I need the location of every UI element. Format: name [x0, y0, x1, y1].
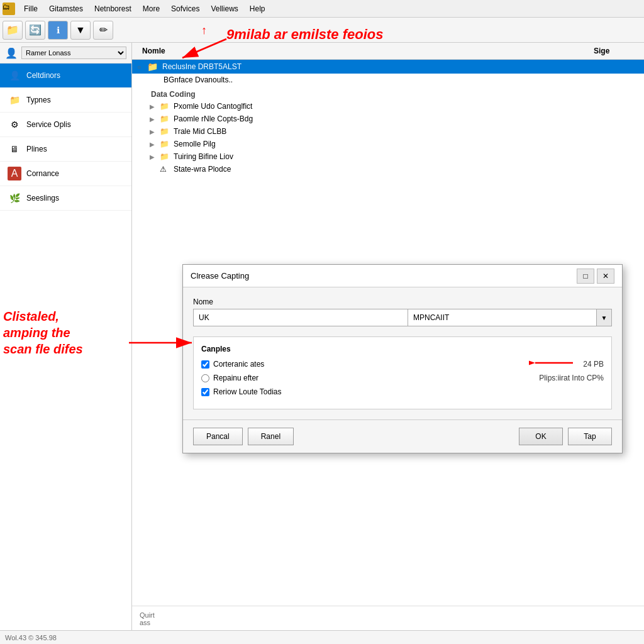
tree-item-label-3: Semolle Pilg — [174, 140, 216, 148]
menubar: 🗂 Fille Gitamstes Netnborest More Sofvic… — [0, 0, 644, 18]
sidebar-label-cornance: Cornance — [26, 169, 59, 178]
tree-item-label-4: Tuiring Bifine Liov — [174, 152, 233, 161]
sidebar-label-plines: Plines — [26, 145, 47, 153]
tree-item-label-2: Trale Mid CLBB — [174, 127, 226, 136]
nome-combo-input[interactable] — [408, 309, 597, 326]
sidebar: 👤 Ramer Lonass 👤 Celtdinors 📁 Typnes ⚙ S… — [0, 43, 132, 644]
toolbar: 📁 🔄 ℹ ▼ ✏ ↑ — [0, 18, 644, 43]
dialog-maximize-btn[interactable]: □ — [577, 269, 594, 284]
canples-section: Canples Corteranic ates 24 PB — [193, 336, 612, 409]
sidebar-item-service-oplis[interactable]: ⚙ Service Oplis — [0, 113, 131, 137]
dialog-footer-right: OK Tap — [519, 428, 612, 445]
expand-icon-2: ▶ — [150, 128, 156, 135]
bottom-text1: Quirt — [140, 611, 155, 619]
sidebar-label-seeslings: Seeslings — [26, 194, 59, 203]
canples-title: Canples — [201, 345, 604, 353]
typnes-icon: 📁 — [8, 93, 21, 107]
bottom-panel: Quirt ass — [132, 606, 644, 631]
toolbar-btn-info[interactable]: ℹ — [48, 21, 68, 40]
expand-icon-5 — [150, 166, 156, 173]
toolbar-btn-folder[interactable]: 📁 — [3, 21, 23, 40]
celtdinors-icon: 👤 — [8, 69, 21, 82]
tree-item-1[interactable]: ▶ 📁 Paomle rNle Copts-Bdg — [132, 113, 644, 125]
nome-input-left[interactable] — [193, 309, 408, 326]
tree-item-3[interactable]: ▶ 📁 Semolle Pilg — [132, 138, 644, 150]
section-label: Data Coding — [132, 86, 644, 100]
canples-row-2: Reriow Loute Todias — [201, 387, 604, 396]
sidebar-item-plines[interactable]: 🖥 Plines — [0, 137, 131, 162]
menu-help[interactable]: Help — [245, 2, 270, 16]
selected-file-name: ReclusIne DRBT5ALST — [162, 62, 639, 71]
sidebar-label-typnes: Typnes — [26, 96, 51, 104]
file-item-sub[interactable]: BGnface Dvanoults.. — [132, 74, 644, 86]
canples-row-0: Corteranic ates 24 PB — [201, 360, 604, 369]
ranel-button[interactable]: Ranel — [248, 428, 294, 445]
expand-icon-3: ▶ — [150, 141, 156, 148]
folder-icon-4: 📁 — [160, 152, 170, 161]
canples-label-0[interactable]: Corteranic ates — [201, 360, 570, 369]
toolbar-btn-refresh[interactable]: 🔄 — [25, 21, 45, 40]
dialog-close-btn[interactable]: ✕ — [597, 269, 614, 284]
folder-icon: 📁 — [147, 62, 158, 72]
expand-icon-4: ▶ — [150, 153, 156, 160]
pancal-button[interactable]: Pancal — [193, 428, 243, 445]
col-size: Sige — [589, 45, 639, 57]
sidebar-item-seeslings[interactable]: 🌿 Seeslings — [0, 186, 131, 211]
sidebar-item-celtdinors[interactable]: 👤 Celtdinors — [0, 64, 131, 88]
menu-velliews[interactable]: Velliews — [206, 2, 243, 16]
file-item-selected[interactable]: ○ 📁 ReclusIne DRBT5ALST — [132, 60, 644, 74]
canples-label-2[interactable]: Reriow Loute Todias — [201, 387, 604, 396]
folder-icon-2: 📁 — [160, 127, 170, 136]
dialog-controls: □ ✕ — [577, 269, 614, 284]
canples-checkbox-2[interactable] — [201, 388, 209, 396]
tree-item-label-5: State-wra Plodce — [174, 165, 231, 174]
canples-checkbox-0[interactable] — [201, 360, 209, 369]
dialog-footer: Pancal Ranel OK Tap — [183, 419, 622, 453]
canples-row-1: Repainu efter Plips:iirat Into CP% — [201, 374, 604, 382]
nome-combo-arrow[interactable]: ▼ — [597, 309, 612, 326]
tree-item-0[interactable]: ▶ 📁 Pxomle Udo Cantoglfict — [132, 100, 644, 113]
folder-icon-3: 📁 — [160, 140, 170, 148]
tree-item-4[interactable]: ▶ 📁 Tuiring Bifine Liov — [132, 150, 644, 163]
tree-item-label-0: Pxomle Udo Cantoglfict — [174, 102, 252, 111]
warning-icon-5: ⚠ — [160, 165, 170, 174]
bottom-text2: ass — [140, 619, 150, 626]
dialog-titlebar: Clrease Capting □ ✕ — [183, 265, 622, 287]
sidebar-label-celtdinors: Celtdinors — [26, 71, 60, 80]
dialog-title: Clrease Capting — [191, 271, 249, 280]
dialog-footer-left: Pancal Ranel — [193, 428, 294, 445]
nome-row: ▼ — [193, 309, 612, 326]
expand-icon: ○ — [137, 64, 143, 70]
toolbar-btn-dropdown[interactable]: ▼ — [70, 21, 91, 40]
canples-label-1[interactable]: Repainu efter — [201, 374, 526, 382]
menu-more[interactable]: More — [138, 2, 165, 16]
menu-fille[interactable]: Fille — [19, 2, 43, 16]
sidebar-item-typnes[interactable]: 📁 Typnes — [0, 88, 131, 113]
col-name: Nomle — [137, 45, 589, 57]
canples-radio-1[interactable] — [201, 374, 209, 382]
canples-value-0: 24 PB — [570, 360, 604, 369]
menu-netnborest[interactable]: Netnborest — [89, 2, 136, 16]
ok-button[interactable]: OK — [519, 428, 563, 445]
folder-icon-1: 📁 — [160, 114, 170, 123]
toolbar-btn-pen[interactable]: ✏ — [93, 21, 113, 40]
tree-item-2[interactable]: ▶ 📁 Trale Mid CLBB — [132, 125, 644, 138]
tap-button[interactable]: Tap — [568, 428, 612, 445]
tree-item-label-1: Paomle rNle Copts-Bdg — [174, 114, 253, 123]
plines-icon: 🖥 — [8, 142, 21, 156]
statusbar: Wol.43 © 345.98 — [0, 630, 644, 644]
menu-gitamstes[interactable]: Gitamstes — [44, 2, 88, 16]
tree-item-5[interactable]: ⚠ State-wra Plodce — [132, 163, 644, 175]
sidebar-label-service: Service Oplis — [26, 120, 71, 129]
statusbar-text: Wol.43 © 345.98 — [5, 634, 57, 641]
menu-sofvices[interactable]: Sofvices — [166, 2, 204, 16]
nome-combo: ▼ — [408, 309, 612, 326]
service-icon: ⚙ — [8, 118, 21, 131]
sidebar-header: 👤 Ramer Lonass — [0, 43, 131, 64]
sidebar-item-cornance[interactable]: A Cornance — [0, 162, 131, 186]
expand-icon-0: ▶ — [150, 103, 156, 110]
canples-value-1: Plips:iirat Into CP% — [526, 374, 604, 382]
sidebar-dropdown[interactable]: Ramer Lonass — [21, 47, 126, 59]
file-panel-header: Nomle Sige — [132, 43, 644, 60]
nome-label: Nome — [193, 297, 612, 306]
